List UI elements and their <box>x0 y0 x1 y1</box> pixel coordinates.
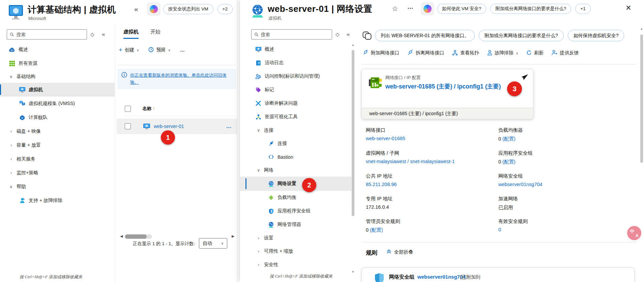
copilot-pill-more[interactable]: +2 <box>217 4 233 14</box>
sidebar-group-disks-images[interactable]: › 磁盘 + 映像 <box>0 124 115 138</box>
resource-menu-search[interactable] <box>251 29 332 40</box>
pin-icon[interactable]: ◇ <box>335 31 340 37</box>
log-icon <box>255 60 262 66</box>
suggestion-pill-nic-requirements[interactable]: 附加或分离网络接口的要求是什么? <box>479 30 564 41</box>
scroll-up-arrow[interactable]: ▲ <box>640 27 643 30</box>
row-more-button[interactable]: … <box>226 123 232 129</box>
row-checkbox[interactable] <box>125 123 131 129</box>
blade-more-button[interactable]: … <box>407 3 413 10</box>
troubleshoot-button[interactable]: 故障排除∨ <box>487 50 518 56</box>
menu-group-security[interactable]: › 安全性 <box>240 258 351 272</box>
hscroll-right-arrow[interactable]: ▶ <box>232 234 234 238</box>
sidebar-item-support[interactable]: 支持 + 故障排除 <box>0 194 115 207</box>
sidebar-group-capacity-placement[interactable]: › 容量 + 放置 <box>0 138 115 152</box>
copilot-pill-security-state[interactable]: 按安全状态列出 VM <box>163 4 213 14</box>
nsg-name-link[interactable]: webserver01nsg704 <box>417 274 466 280</box>
menu-item-application-security-groups[interactable]: 应用程序安全组 <box>240 204 351 218</box>
nsg-rules-card[interactable]: 网络安全组 webserver01nsg704 (已附加到 <box>361 267 635 282</box>
suggestion-pill-list-nics[interactable]: 列出 WEB-SERVER-01 的所有网络接口。 <box>375 30 475 41</box>
detach-nic-button[interactable]: 拆离网络接口 <box>407 50 444 56</box>
menu-group-availability-scale[interactable]: › 可用性 + 缩放 <box>240 245 351 258</box>
menu-group-connect[interactable]: ∨ 连接 <box>240 124 351 137</box>
collapse-menu-icon[interactable]: « <box>102 31 105 38</box>
menu-scrollbar[interactable]: ▲ ▼ <box>351 43 355 274</box>
translate-button[interactable]: 中 A <box>627 226 641 240</box>
create-button[interactable]: + 创建∨ <box>119 46 139 54</box>
sidebar-group-infrastructure[interactable]: ∨ 基础结构 <box>0 70 115 83</box>
sidebar-item-compute-fleet[interactable]: 计算舰队 <box>0 110 115 124</box>
reserve-button[interactable]: 预留∨ <box>148 47 170 53</box>
copilot-pill-nic-requirements[interactable]: 附加或分离网络接口的要求是什么? <box>490 4 571 14</box>
sidebar-item-virtual-machines[interactable]: 虚拟机 <box>0 83 115 97</box>
sidebar-item-vmss[interactable]: 虚拟机规模集 (VMSS) <box>0 97 115 110</box>
scrollbar-thumb[interactable] <box>640 34 643 163</box>
suggestion-pill-keep-vm-secure[interactable]: 如何保持虚拟机安全? <box>568 30 624 41</box>
menu-item-activity-log[interactable]: 活动日志 <box>240 56 351 70</box>
sidebar-search[interactable] <box>7 29 87 40</box>
value-link[interactable]: 0 <box>498 227 501 232</box>
collapse-menu-icon[interactable]: « <box>347 31 350 38</box>
search-input[interactable] <box>17 32 84 37</box>
menu-item-access-control[interactable]: 访问控制(标识和访问管理) <box>240 70 351 83</box>
value-link[interactable]: 85.211.208.96 <box>366 182 397 187</box>
hscroll-left-arrow[interactable]: ◀ <box>120 234 123 238</box>
menu-item-diagnose[interactable]: 诊断并解决问题 <box>240 97 351 110</box>
tab-get-started[interactable]: 开始 <box>150 29 160 38</box>
close-icon[interactable]: × <box>626 3 631 13</box>
hscroll-thumb[interactable] <box>125 234 147 239</box>
view-topology-button[interactable]: 查看拓扑 <box>452 50 479 56</box>
menu-group-networking[interactable]: ∨ 网络 <box>240 163 351 177</box>
value-link[interactable]: (配置) <box>370 227 383 233</box>
main-scrollbar[interactable]: ▲ <box>640 27 643 282</box>
menu-item-load-balancing[interactable]: 负载均衡 <box>240 191 351 204</box>
menu-item-tags[interactable]: 标记 <box>240 83 351 97</box>
scroll-down-arrow[interactable]: ▼ <box>351 270 355 274</box>
scroll-up-arrow[interactable]: ▲ <box>351 43 355 47</box>
feedback-button[interactable]: 提供反馈 <box>552 50 579 56</box>
sidebar-group-help[interactable]: ∨ 帮助 <box>0 180 115 194</box>
select-all-checkbox[interactable] <box>125 106 131 112</box>
vm-table-row[interactable]: web-server-01 … <box>117 119 237 134</box>
copilot-pill-secure-vm[interactable]: 如何使此 VM 安全? <box>437 4 486 14</box>
menu-item-connect[interactable]: 连接 <box>240 137 351 150</box>
collapse-blade-icon[interactable]: « <box>134 5 138 13</box>
menu-group-settings[interactable]: › 设置 <box>240 231 351 245</box>
sidebar-item-overview[interactable]: 概述 <box>0 43 115 56</box>
tab-virtual-machines[interactable]: 虚拟机 <box>123 29 139 39</box>
search-input[interactable] <box>261 32 329 37</box>
more-commands-button[interactable]: … <box>180 47 185 53</box>
column-header-name[interactable]: 名称 ↑ <box>142 106 155 112</box>
sidebar-item-all-resources[interactable]: 所有资源 <box>0 56 115 70</box>
value-link[interactable]: (配置) <box>502 159 516 164</box>
sidebar-group-related-services[interactable]: › 相关服务 <box>0 152 115 166</box>
menu-item-network-settings[interactable]: 网络设置 <box>240 177 351 191</box>
page-size-dropdown[interactable]: 自动 ∨ <box>199 238 227 249</box>
banner-link[interactable]: 你正在查看新版本的浏览体验。单击此处访问旧体验。 <box>130 72 232 86</box>
nic-ipconfig-link[interactable]: web-server-01685 (主要) / ipconfig1 (主要) <box>385 81 502 92</box>
chevron-right-icon: › <box>9 129 13 134</box>
copilot-button[interactable] <box>147 2 160 16</box>
value-link[interactable]: web-server-01685 <box>366 136 405 141</box>
plug-icon <box>268 141 274 147</box>
menu-item-network-manager[interactable]: 网络管理器 <box>240 218 351 231</box>
copilot-pill-more[interactable]: +1 <box>575 4 590 14</box>
scrollbar-thumb[interactable] <box>352 50 354 216</box>
menu-item-bastion[interactable]: Bastion <box>240 150 351 163</box>
favorite-star-icon[interactable]: ☆ <box>392 5 398 13</box>
copilot-button[interactable] <box>421 2 434 16</box>
value-link[interactable]: (配置) <box>502 136 516 142</box>
vm-name-link[interactable]: web-server-01 <box>154 124 184 129</box>
menu-item-overview[interactable]: 概述 <box>240 43 351 56</box>
pin-icon[interactable]: ◇ <box>90 31 94 37</box>
blade-title: web-server-01 | 网络设置 <box>268 3 373 15</box>
collapse-all-button[interactable]: 全部折叠 <box>386 249 413 255</box>
nic-ipconfig-combobox[interactable]: 1 网络接口 / IP 配置 web-server-01685 (主要) / i… <box>361 69 533 119</box>
dropdown-option-nic[interactable]: web-server-01685 (主要) / ipconfig1 (主要) <box>361 108 533 119</box>
chevron-down-icon: ∨ <box>9 74 13 79</box>
attach-nic-button[interactable]: 附加网络接口 <box>362 50 399 56</box>
refresh-button[interactable]: 刷新 <box>526 50 544 56</box>
menu-item-resource-visualizer[interactable]: 资源可视化工具 <box>240 110 351 124</box>
value-link[interactable]: webserver01nsg704 <box>498 182 543 187</box>
value-link[interactable]: vnet-malaysiawest / snet-malaysiawest-1 <box>366 159 455 164</box>
sidebar-group-monitoring-policy[interactable]: › 监控+策略 <box>0 166 115 180</box>
